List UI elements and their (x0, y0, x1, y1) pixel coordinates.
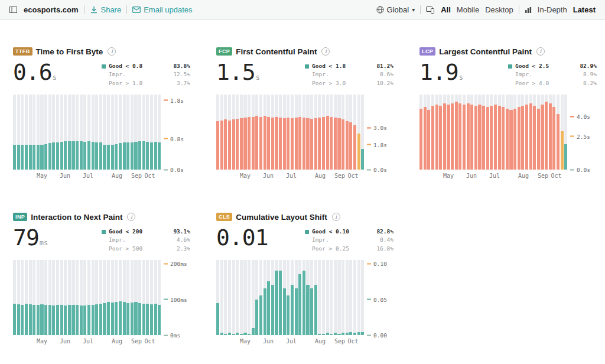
card-header: CLS Cumulative Layout Shift i (216, 212, 393, 222)
chart-bar (341, 95, 344, 170)
info-icon[interactable]: i (108, 47, 116, 56)
chart-bar (224, 95, 227, 170)
chart-bar (228, 260, 231, 335)
x-axis-label: Jul (83, 173, 93, 179)
chart-y-axis: 1.8s0.8s0.0s (161, 95, 190, 170)
chart-x-axis: MayJunJulAugSepOct (419, 173, 567, 182)
chart-bar (287, 95, 290, 170)
chart-bar (267, 260, 270, 335)
chart-bar (295, 95, 298, 170)
email-updates-label: Email updates (144, 5, 192, 14)
chart-bar (302, 95, 305, 170)
info-icon[interactable]: i (321, 47, 330, 56)
x-axis-label: Aug (112, 338, 122, 344)
chart-bar (252, 260, 255, 335)
device-tab-all[interactable]: All (441, 5, 451, 14)
chart-bar (119, 95, 122, 170)
chart-bar (255, 95, 258, 170)
chart-bar (447, 95, 450, 170)
legend-percentage: 10.2% (376, 79, 393, 87)
x-axis-label: Jul (489, 173, 500, 179)
metric-unit: ms (40, 239, 48, 247)
chart-plot (13, 95, 161, 170)
threshold-tick-mark (164, 100, 168, 101)
x-axis-label: Sep (131, 173, 142, 179)
legend-percentage: 82.9% (580, 62, 597, 70)
chart-bar (439, 95, 442, 170)
region-dropdown[interactable]: Global ▾ (376, 5, 415, 14)
site-name: ecosports.com (24, 5, 78, 14)
x-axis-label: Oct (144, 173, 155, 179)
view-tab-indepth[interactable]: In-Depth (538, 5, 567, 14)
sidebar-toggle-icon[interactable] (9, 6, 17, 13)
legend-row: Poor > 5002.3% (102, 245, 190, 253)
chart-bar (427, 95, 430, 170)
threshold-tick-mark (570, 169, 574, 170)
chart-y-axis: 200ms100ms0ms (161, 260, 190, 335)
metric-value: 79ms (13, 226, 48, 260)
chart-bar (131, 95, 134, 170)
metric-badge: INP (13, 213, 27, 221)
x-axis-label: May (240, 173, 251, 179)
legend-label: Impr. (312, 70, 329, 79)
chart-bar (353, 260, 356, 335)
metric-card: INP Interaction to Next Paint i 79ms Goo… (13, 212, 190, 347)
chart-bar (37, 95, 40, 170)
chart-bar (271, 260, 274, 335)
metric-badge: CLS (216, 213, 232, 221)
chart-bar (103, 260, 106, 335)
legend-percentage: 8.9% (583, 70, 597, 79)
legend-percentage: 93.1% (173, 228, 190, 236)
x-axis-label: Aug (518, 173, 529, 179)
chart-bar (40, 95, 43, 170)
email-updates-button[interactable]: Email updates (132, 5, 192, 14)
chart-bar (154, 260, 157, 335)
chart-bar (337, 260, 340, 335)
legend-label: Impr. (312, 236, 329, 244)
chart-bar (123, 260, 126, 335)
x-axis-label: Sep (334, 173, 345, 179)
y-axis-tick: 0.00 (367, 332, 387, 339)
y-axis-label: 0.0s (577, 167, 590, 173)
x-axis-label: Aug (112, 173, 122, 179)
x-axis-label: Sep (131, 338, 142, 344)
chart-bar (40, 260, 43, 335)
chart-bar (95, 260, 98, 335)
chart-bar (458, 95, 461, 170)
info-icon[interactable]: i (332, 213, 340, 221)
card-summary: 79ms Good < 20093.1%Impr.4.6%Poor > 5002… (13, 226, 190, 260)
card-header: LCP Largest Contentful Paint i (419, 46, 597, 57)
chart-bar (279, 260, 282, 335)
device-tab-desktop[interactable]: Desktop (485, 5, 513, 14)
y-axis-label: 1.8s (373, 141, 387, 148)
y-axis-label: 0.00 (373, 332, 387, 339)
chart-bar (275, 260, 278, 335)
device-tab-mobile[interactable]: Mobile (457, 5, 479, 14)
x-axis-label: Oct (347, 173, 358, 179)
chart-bar (494, 95, 497, 170)
threshold-tick-mark (367, 169, 371, 170)
legend-percentage: 4.6% (177, 236, 190, 244)
info-icon[interactable]: i (536, 47, 545, 56)
view-tab-latest[interactable]: Latest (573, 5, 596, 14)
chart-bar (220, 95, 223, 170)
y-axis-label: 0.05 (373, 296, 387, 303)
legend-row: Poor > 0.2516.8% (305, 245, 393, 253)
info-icon[interactable]: i (127, 213, 135, 221)
chart-bar (255, 260, 258, 335)
legend-row: Impr.4.6% (102, 236, 190, 244)
metric-value: 0.01 (216, 226, 269, 260)
chart-bar (298, 95, 301, 170)
share-button[interactable]: Share (90, 5, 121, 14)
card-header: INP Interaction to Next Paint i (13, 212, 190, 222)
chart-bar (32, 260, 35, 335)
y-axis-label: 200ms (170, 261, 187, 267)
y-axis-tick: 1.8s (367, 141, 387, 148)
card-summary: 0.6s Good < 0.883.8%Impr.12.5%Poor > 1.8… (13, 60, 190, 95)
legend-label: Good < 200 (109, 228, 142, 236)
chart-bar (291, 95, 294, 170)
chart-bar (467, 95, 470, 170)
chart-bar (264, 95, 266, 170)
chart-bar (21, 260, 24, 335)
legend-row: Impr.12.5% (102, 70, 190, 79)
